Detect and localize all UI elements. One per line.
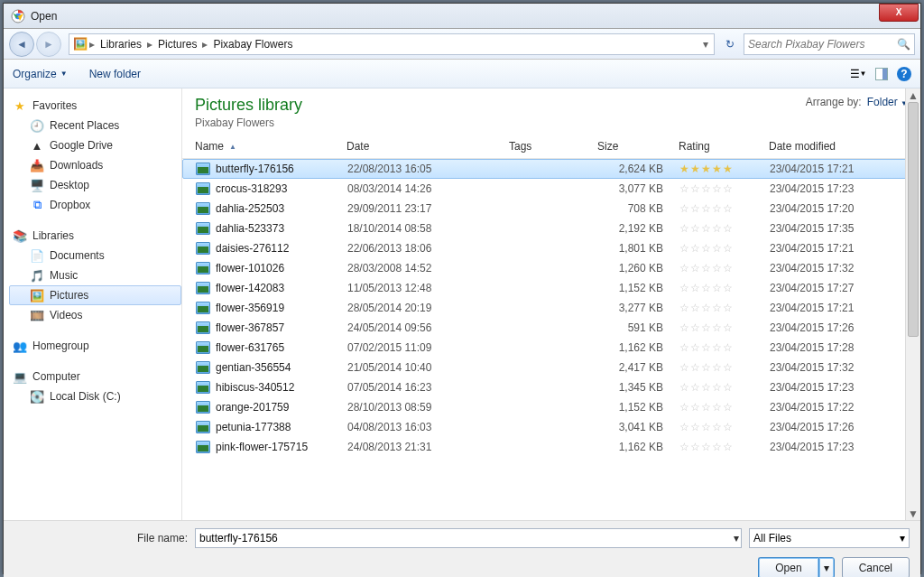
computer-group[interactable]: 💻Computer	[9, 367, 181, 386]
file-rating[interactable]: ☆☆☆☆☆	[679, 401, 770, 414]
file-modified: 23/04/2015 17:21	[770, 163, 907, 175]
image-file-icon	[196, 441, 210, 453]
filename-input[interactable]	[199, 529, 737, 547]
file-rating[interactable]: ☆☆☆☆☆	[679, 441, 770, 453]
col-date[interactable]: Date	[346, 140, 509, 153]
view-menu[interactable]: ☰ ▼	[850, 66, 866, 82]
file-rating[interactable]: ☆☆☆☆☆	[679, 182, 770, 195]
scroll-down-icon[interactable]: ▼	[906, 507, 920, 520]
sidebar-item-music[interactable]: 🎵Music	[9, 265, 181, 285]
col-modified[interactable]: Date modified	[769, 140, 908, 153]
image-file-icon	[196, 321, 210, 334]
file-rating[interactable]: ☆☆☆☆☆	[679, 421, 770, 433]
sidebar-item-dropbox[interactable]: ⧉Dropbox	[9, 195, 181, 215]
file-row[interactable]: butterfly-17615622/08/2013 16:052,624 KB…	[182, 159, 920, 179]
file-row[interactable]: crocus-31829308/03/2014 14:263,077 KB☆☆☆…	[182, 179, 920, 199]
folder-icon: 🖼️	[73, 37, 88, 51]
favorites-group[interactable]: ★Favorites	[9, 96, 181, 116]
sidebar-item-localdisk[interactable]: 💽Local Disk (C:)	[9, 386, 181, 406]
refresh-button[interactable]: ↻	[720, 34, 740, 54]
scroll-up-icon[interactable]: ▲	[906, 88, 920, 102]
file-rating[interactable]: ☆☆☆☆☆	[679, 222, 770, 235]
col-size[interactable]: Size	[597, 140, 679, 153]
chevron-right-icon[interactable]: ▸	[145, 38, 154, 51]
search-box[interactable]: 🔍	[744, 33, 915, 55]
col-name[interactable]: Name▲	[195, 140, 346, 153]
file-date: 07/02/2015 11:09	[347, 341, 510, 354]
filename-field[interactable]: ▾	[195, 528, 742, 548]
file-rating[interactable]: ☆☆☆☆☆	[679, 361, 770, 374]
help-button[interactable]: ?	[897, 67, 911, 81]
sidebar-item-documents[interactable]: 📄Documents	[9, 246, 181, 265]
search-input[interactable]	[748, 38, 897, 51]
open-dropdown[interactable]: ▾	[818, 557, 835, 577]
close-button[interactable]: X	[879, 4, 919, 22]
open-dialog: Open X ◄ ► 🖼️ ▸ Libraries ▸ Pictures ▸ P…	[3, 3, 921, 574]
sidebar-item-videos[interactable]: 🎞️Videos	[9, 305, 181, 325]
file-rating[interactable]: ☆☆☆☆☆	[679, 242, 770, 255]
file-modified: 23/04/2015 17:28	[770, 341, 907, 354]
image-file-icon	[196, 341, 210, 354]
file-row[interactable]: flower-14208311/05/2013 12:481,152 KB☆☆☆…	[182, 278, 920, 298]
sidebar-item-downloads[interactable]: 📥Downloads	[9, 155, 181, 175]
sidebar-item-recent[interactable]: 🕘Recent Places	[9, 116, 181, 135]
chevron-down-icon[interactable]: ▾	[701, 38, 710, 51]
chevron-right-icon[interactable]: ▸	[200, 38, 209, 51]
file-row[interactable]: pink-flower-17571524/08/2013 21:311,162 …	[182, 437, 920, 457]
organize-menu[interactable]: Organize ▼	[13, 68, 68, 80]
file-row[interactable]: gentian-35655421/05/2014 10:402,417 KB☆☆…	[182, 358, 920, 377]
homegroup-group[interactable]: 👥Homegroup	[9, 336, 181, 356]
dropbox-icon: ⧉	[30, 198, 44, 212]
file-row[interactable]: orange-20175928/10/2013 08:591,152 KB☆☆☆…	[182, 397, 920, 417]
file-row[interactable]: daisies-27611222/06/2013 18:061,801 KB☆☆…	[182, 238, 920, 258]
breadcrumb[interactable]: 🖼️ ▸ Libraries ▸ Pictures ▸ Pixabay Flow…	[69, 33, 715, 55]
titlebar[interactable]: Open X	[4, 4, 920, 29]
file-rating[interactable]: ★★★★★	[679, 163, 770, 175]
chevron-right-icon[interactable]: ▸	[88, 38, 97, 51]
chevron-down-icon[interactable]: ▾	[734, 532, 739, 544]
file-row[interactable]: flower-35691928/05/2014 20:193,277 KB☆☆☆…	[182, 298, 920, 318]
file-rating[interactable]: ☆☆☆☆☆	[679, 341, 770, 354]
file-row[interactable]: flower-63176507/02/2015 11:091,162 KB☆☆☆…	[182, 338, 920, 358]
new-folder-button[interactable]: New folder	[89, 68, 141, 80]
back-button[interactable]: ◄	[9, 32, 34, 57]
file-row[interactable]: hibiscus-34051207/05/2014 16:231,345 KB☆…	[182, 377, 920, 397]
cancel-button[interactable]: Cancel	[842, 557, 910, 577]
arrange-by-dropdown[interactable]: Folder ▼	[867, 96, 908, 108]
file-rating[interactable]: ☆☆☆☆☆	[679, 202, 770, 215]
col-rating[interactable]: Rating	[679, 140, 769, 153]
libraries-group[interactable]: 📚Libraries	[9, 226, 181, 246]
file-date: 24/05/2014 09:56	[347, 321, 510, 334]
sidebar-item-desktop[interactable]: 🖥️Desktop	[9, 175, 181, 195]
col-tags[interactable]: Tags	[509, 140, 597, 153]
breadcrumb-segment[interactable]: Pixabay Flowers	[209, 38, 296, 51]
file-row[interactable]: dahlia-25250329/09/2011 23:17708 KB☆☆☆☆☆…	[182, 199, 920, 219]
file-rating[interactable]: ☆☆☆☆☆	[679, 282, 770, 294]
file-modified: 23/04/2015 17:35	[770, 222, 907, 235]
sidebar-item-pictures[interactable]: 🖼️Pictures	[9, 285, 181, 305]
open-button[interactable]: Open	[758, 557, 818, 577]
file-row[interactable]: petunia-17738804/08/2013 16:033,041 KB☆☆…	[182, 417, 920, 437]
arrange-by: Arrange by: Folder ▼	[806, 96, 908, 108]
file-name: daisies-276112	[216, 242, 289, 255]
file-modified: 23/04/2015 17:20	[770, 202, 907, 215]
preview-pane-button[interactable]	[875, 68, 888, 80]
file-rating[interactable]: ☆☆☆☆☆	[679, 381, 770, 394]
file-size: 708 KB	[598, 202, 679, 215]
file-row[interactable]: flower-36785724/05/2014 09:56591 KB☆☆☆☆☆…	[182, 318, 920, 338]
file-row[interactable]: flower-10102628/03/2008 14:521,260 KB☆☆☆…	[182, 258, 920, 278]
breadcrumb-segment[interactable]: Libraries	[97, 38, 145, 51]
file-size: 2,417 KB	[598, 361, 679, 374]
vertical-scrollbar[interactable]: ▲ ▼	[905, 88, 920, 520]
file-name: flower-367857	[216, 321, 284, 334]
scroll-thumb[interactable]	[908, 102, 919, 337]
file-rating[interactable]: ☆☆☆☆☆	[679, 262, 770, 275]
sidebar-item-gdrive[interactable]: ▲Google Drive	[9, 135, 181, 155]
file-rating[interactable]: ☆☆☆☆☆	[679, 302, 770, 314]
file-row[interactable]: dahlia-52337318/10/2014 08:582,192 KB☆☆☆…	[182, 219, 920, 238]
chevron-down-icon[interactable]: ▾	[900, 532, 905, 544]
file-rating[interactable]: ☆☆☆☆☆	[679, 321, 770, 334]
file-filter-dropdown[interactable]: All Files ▾	[749, 528, 910, 548]
forward-button[interactable]: ►	[36, 32, 61, 57]
breadcrumb-segment[interactable]: Pictures	[154, 38, 200, 51]
